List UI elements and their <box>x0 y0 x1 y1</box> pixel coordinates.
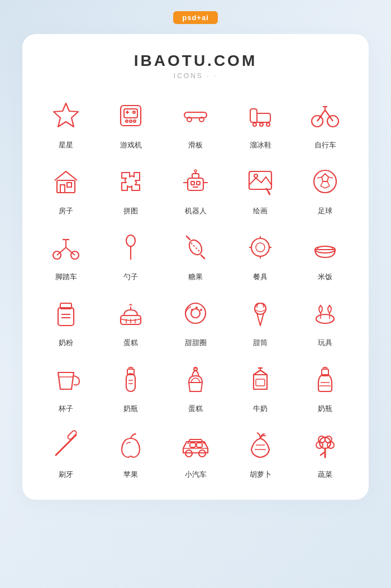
cup-icon <box>46 359 86 399</box>
icon-label-milk-carton: 牛奶 <box>253 404 268 414</box>
icon-cell-utensils: 餐具 <box>230 227 290 282</box>
icon-label-puzzle: 拼图 <box>123 206 138 216</box>
carrot-icon <box>240 425 280 465</box>
icon-cell-game-console: 游戏机 <box>101 95 161 150</box>
icon-cell-skateboard: 滑板 <box>165 95 226 150</box>
svg-point-40 <box>126 235 135 246</box>
svg-rect-20 <box>60 185 65 193</box>
icon-label-robot: 机器人 <box>185 206 207 216</box>
main-card: IBAOTU.COM ICONS · · 星星 游戏机 滑板 溜冰鞋 自行车 <box>22 34 369 500</box>
card-subtitle: ICONS · · <box>36 72 355 80</box>
icon-label-bicycle: 自行车 <box>314 140 336 150</box>
svg-rect-79 <box>256 379 265 386</box>
icon-label-apple: 苹果 <box>123 470 138 480</box>
milk-powder-icon <box>46 293 86 333</box>
svg-point-3 <box>126 120 128 122</box>
candy-icon <box>175 227 216 267</box>
svg-rect-51 <box>58 308 74 326</box>
icon-cell-toothbrush: 刷牙 <box>36 425 96 480</box>
svg-rect-22 <box>188 178 203 190</box>
icon-label-ice-cream: 甜筒 <box>253 338 268 348</box>
game-console-icon <box>111 95 151 136</box>
bicycle-icon <box>305 95 345 136</box>
svg-rect-26 <box>192 174 199 178</box>
puzzle-icon <box>111 161 151 202</box>
svg-rect-24 <box>197 181 200 185</box>
apple-icon <box>111 425 151 465</box>
svg-point-14 <box>266 123 270 126</box>
icon-cell-car: 小汽车 <box>165 425 226 480</box>
svg-point-44 <box>251 238 269 256</box>
svg-point-5 <box>133 120 136 122</box>
icon-label-carrot: 胡萝卜 <box>250 470 271 480</box>
icon-label-cupcake: 蛋糕 <box>188 404 203 414</box>
icon-label-cake: 蛋糕 <box>123 338 138 348</box>
icon-cell-star: 星星 <box>36 95 96 150</box>
svg-point-4 <box>130 120 132 122</box>
icon-label-donut: 甜甜圈 <box>185 338 207 348</box>
icon-cell-candy: 糖果 <box>165 227 226 282</box>
icon-cell-rice: 米饭 <box>295 227 355 282</box>
icon-label-skateboard: 滑板 <box>188 140 203 150</box>
svg-rect-2 <box>124 109 137 118</box>
bottle-icon <box>305 359 345 399</box>
icon-label-game-console: 游戏机 <box>120 140 142 150</box>
icon-cell-house: 房子 <box>36 161 96 216</box>
icon-label-painting: 绘画 <box>253 206 268 216</box>
svg-rect-70 <box>126 374 135 391</box>
svg-point-28 <box>194 170 197 172</box>
svg-rect-84 <box>67 430 77 440</box>
icon-cell-painting: 绘画 <box>230 161 290 216</box>
svg-point-42 <box>187 238 204 257</box>
svg-point-85 <box>135 433 136 435</box>
robot-icon <box>175 161 216 202</box>
svg-rect-21 <box>67 183 71 187</box>
soccer-icon <box>305 161 345 202</box>
icon-cell-milk-powder: 奶粉 <box>36 293 96 348</box>
icon-label-bottle: 奶瓶 <box>318 404 332 414</box>
icon-cell-donut: 甜甜圈 <box>165 293 226 348</box>
svg-line-43 <box>191 243 200 252</box>
baby-bottle-icon <box>111 359 151 399</box>
car-icon <box>175 425 216 465</box>
utensils-icon <box>240 227 280 267</box>
svg-marker-35 <box>322 174 328 181</box>
svg-point-12 <box>253 123 256 126</box>
icon-cell-toy: 玩具 <box>295 293 355 348</box>
icon-cell-ice-cream: 甜筒 <box>230 293 290 348</box>
rice-icon <box>305 227 345 267</box>
svg-rect-23 <box>191 181 194 185</box>
icon-label-car: 小汽车 <box>185 470 207 480</box>
star-icon <box>46 95 86 136</box>
svg-point-98 <box>318 436 325 443</box>
house-icon <box>46 161 86 202</box>
icon-cell-puzzle: 拼图 <box>101 161 161 216</box>
icon-cell-broccoli: 蔬菜 <box>295 425 355 480</box>
icon-label-spoon: 勺子 <box>123 272 138 282</box>
icon-label-roller-skates: 溜冰鞋 <box>250 140 271 150</box>
icon-cell-scooter: 脚踏车 <box>36 227 96 282</box>
icon-cell-cupcake: 蛋糕 <box>165 359 226 414</box>
svg-point-62 <box>191 309 193 311</box>
svg-point-75 <box>195 367 197 369</box>
icon-cell-carrot: 胡萝卜 <box>230 425 290 480</box>
icon-cell-milk-carton: 牛奶 <box>230 359 290 414</box>
icon-label-cup: 杯子 <box>59 404 73 414</box>
svg-point-45 <box>256 243 265 252</box>
icon-label-star: 星星 <box>59 140 73 150</box>
icon-label-utensils: 餐具 <box>253 272 268 282</box>
icon-label-toy: 玩具 <box>318 338 332 348</box>
icon-cell-robot: 机器人 <box>165 161 226 216</box>
icon-label-milk-powder: 奶粉 <box>59 338 73 348</box>
card-title: IBAOTU.COM <box>36 52 355 70</box>
icon-label-candy: 糖果 <box>188 272 203 282</box>
icon-label-baby-bottle: 奶瓶 <box>123 404 138 414</box>
icon-label-broccoli: 蔬菜 <box>318 470 332 480</box>
icon-label-soccer: 足球 <box>318 206 332 216</box>
svg-point-65 <box>255 303 266 314</box>
scooter-icon <box>46 227 86 267</box>
icon-label-rice: 米饭 <box>318 272 332 282</box>
icon-cell-bicycle: 自行车 <box>295 95 355 150</box>
svg-rect-19 <box>57 180 75 193</box>
icon-cell-baby-bottle: 奶瓶 <box>101 359 161 414</box>
